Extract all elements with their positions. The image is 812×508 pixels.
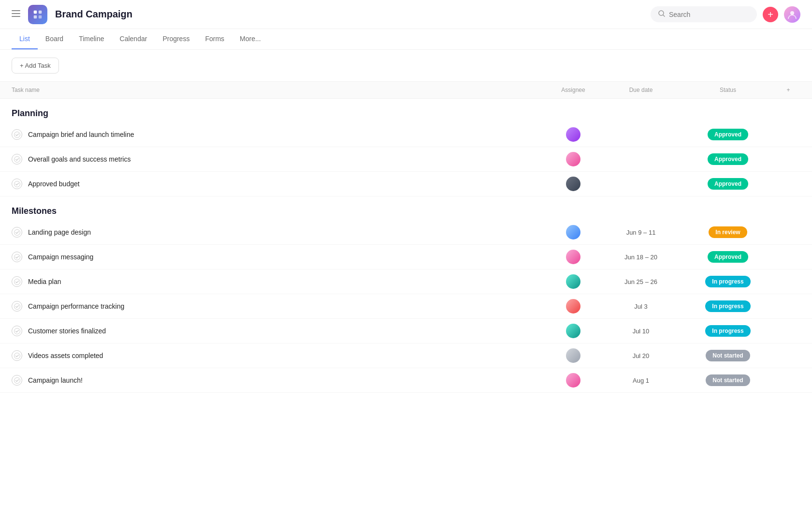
section-milestones: Milestones xyxy=(0,196,812,220)
status-cell: Approved xyxy=(680,251,776,263)
table-row: Media plan Jun 25 – 26 In progress xyxy=(0,269,812,294)
table-header: Task name Assignee Due date Status + xyxy=(0,82,812,99)
table-row: Campaign brief and launch timeline Appro… xyxy=(0,122,812,147)
task-name-label: Overall goals and success metrics xyxy=(28,155,130,163)
table-row: Landing page design Jun 9 – 11 In review xyxy=(0,220,812,245)
add-task-button[interactable]: + Add Task xyxy=(12,58,59,74)
status-badge: In review xyxy=(709,226,747,238)
add-button[interactable]: + xyxy=(763,7,778,22)
table-row: Customer stories finalized Jul 10 In pro… xyxy=(0,319,812,344)
task-name-label: Media plan xyxy=(28,278,61,285)
task-name-label: Landing page design xyxy=(28,228,91,236)
tab-list[interactable]: List xyxy=(12,29,38,49)
task-check-icon[interactable] xyxy=(12,350,22,361)
status-badge: In progress xyxy=(705,300,750,312)
status-badge: In progress xyxy=(705,325,750,337)
svg-point-19 xyxy=(14,377,20,383)
due-date-cell: Jul 10 xyxy=(602,328,680,335)
assignee-cell xyxy=(544,348,602,363)
svg-point-15 xyxy=(14,279,20,284)
tab-timeline[interactable]: Timeline xyxy=(71,29,112,49)
user-avatar[interactable] xyxy=(784,6,800,23)
tab-calendar[interactable]: Calendar xyxy=(112,29,155,49)
task-table: Task name Assignee Due date Status + Pla… xyxy=(0,82,812,393)
task-check-icon[interactable] xyxy=(12,252,22,262)
status-cell: In progress xyxy=(680,276,776,287)
status-badge: Approved xyxy=(708,178,748,190)
status-badge: Approved xyxy=(708,129,748,140)
task-check-icon[interactable] xyxy=(12,326,22,336)
avatar xyxy=(566,299,580,314)
svg-rect-3 xyxy=(34,10,37,13)
avatar xyxy=(566,177,580,191)
status-badge: Approved xyxy=(708,153,748,165)
due-date-cell: Jul 3 xyxy=(602,303,680,310)
task-name-label: Approved budget xyxy=(28,180,80,188)
task-check-icon[interactable] xyxy=(12,227,22,238)
status-cell: Not started xyxy=(680,350,776,361)
avatar xyxy=(566,225,580,239)
svg-point-10 xyxy=(14,132,20,137)
table-row: Campaign performance tracking Jul 3 In p… xyxy=(0,294,812,319)
task-name-label: Campaign performance tracking xyxy=(28,302,124,310)
due-date-cell: Jun 18 – 20 xyxy=(602,254,680,261)
col-task-name: Task name xyxy=(12,87,544,93)
col-add[interactable]: + xyxy=(776,87,800,93)
assignee-cell xyxy=(544,274,602,289)
task-name-label: Campaign messaging xyxy=(28,253,93,261)
assignee-cell xyxy=(544,127,602,142)
toolbar: + Add Task xyxy=(0,50,812,82)
task-name-label: Campaign brief and launch timeline xyxy=(28,131,134,138)
task-check-icon[interactable] xyxy=(12,154,22,164)
task-name-cell: Overall goals and success metrics xyxy=(12,154,544,164)
col-assignee: Assignee xyxy=(544,87,602,93)
svg-rect-0 xyxy=(12,10,20,11)
task-name-label: Videos assets completed xyxy=(28,352,103,359)
status-cell: Approved xyxy=(680,129,776,140)
status-cell: Not started xyxy=(680,374,776,386)
project-title: Brand Campaign xyxy=(55,9,132,20)
status-cell: In progress xyxy=(680,300,776,312)
tab-progress[interactable]: Progress xyxy=(155,29,197,49)
section-milestones-title: Milestones xyxy=(12,206,57,216)
task-name-cell: Campaign brief and launch timeline xyxy=(12,129,544,140)
svg-rect-6 xyxy=(39,15,42,18)
search-box[interactable] xyxy=(651,6,757,22)
search-input[interactable] xyxy=(669,11,749,18)
avatar xyxy=(566,373,580,388)
col-due-date: Due date xyxy=(602,87,680,93)
assignee-cell xyxy=(544,324,602,338)
table-row: Overall goals and success metrics Approv… xyxy=(0,147,812,172)
due-date-cell: Aug 1 xyxy=(602,377,680,384)
col-status: Status xyxy=(680,87,776,93)
assignee-cell xyxy=(544,250,602,264)
task-name-cell: Media plan xyxy=(12,276,544,287)
task-name-cell: Customer stories finalized xyxy=(12,326,544,336)
task-name-cell: Campaign performance tracking xyxy=(12,301,544,312)
avatar xyxy=(566,127,580,142)
avatar xyxy=(566,152,580,166)
assignee-cell xyxy=(544,373,602,388)
avatar xyxy=(566,324,580,338)
avatar xyxy=(566,250,580,264)
table-row: Videos assets completed Jul 20 Not start… xyxy=(0,344,812,368)
tab-forms[interactable]: Forms xyxy=(197,29,232,49)
header: Brand Campaign + xyxy=(0,0,812,29)
table-row: Campaign launch! Aug 1 Not started xyxy=(0,368,812,393)
section-planning-title: Planning xyxy=(12,108,48,118)
status-badge: In progress xyxy=(705,276,750,287)
assignee-cell xyxy=(544,225,602,239)
tab-board[interactable]: Board xyxy=(38,29,71,49)
app-logo xyxy=(28,5,47,24)
table-row: Approved budget Approved xyxy=(0,172,812,196)
task-check-icon[interactable] xyxy=(12,129,22,140)
task-check-icon[interactable] xyxy=(12,276,22,287)
svg-line-8 xyxy=(663,15,665,16)
tab-more[interactable]: More... xyxy=(232,29,269,49)
avatar xyxy=(566,348,580,363)
task-check-icon[interactable] xyxy=(12,375,22,386)
svg-point-12 xyxy=(14,181,20,187)
menu-icon[interactable] xyxy=(12,9,20,19)
task-check-icon[interactable] xyxy=(12,301,22,312)
task-check-icon[interactable] xyxy=(12,179,22,189)
